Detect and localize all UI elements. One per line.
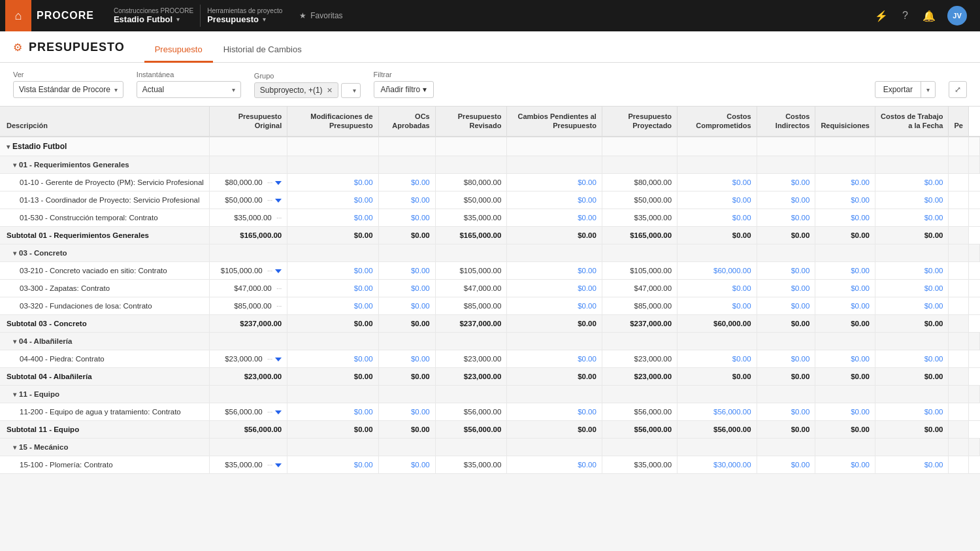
user-avatar[interactable]: JV	[947, 6, 967, 25]
cell-link[interactable]: $0.00	[851, 178, 870, 186]
cell-value	[287, 156, 378, 173]
cell-value: $0.00	[757, 209, 815, 226]
cell-link[interactable]: $0.00	[578, 461, 596, 469]
cell-link[interactable]: $0.00	[411, 178, 430, 186]
cell-link[interactable]: $0.00	[354, 267, 373, 275]
cell-link[interactable]: $0.00	[924, 355, 943, 363]
help-icon[interactable]: ?	[900, 7, 911, 24]
cell-link[interactable]: $0.00	[851, 461, 870, 469]
cell-link[interactable]: $0.00	[411, 461, 430, 469]
cell-link[interactable]: $0.00	[732, 302, 751, 310]
cell-link[interactable]: $0.00	[411, 284, 430, 292]
cell-value	[949, 137, 968, 156]
cell-link[interactable]: $0.00	[578, 196, 596, 204]
cell-value: $0.00	[287, 209, 378, 226]
cell-link[interactable]: $0.00	[924, 284, 943, 292]
cell-link[interactable]: $0.00	[791, 178, 810, 186]
col-header-pe: Pe	[949, 107, 968, 137]
cell-value	[875, 385, 948, 403]
project-selector[interactable]: Construcciones PROCORE Estadio Futbol ▾	[107, 5, 201, 27]
cell-value: $0.00	[507, 350, 602, 367]
cell-link[interactable]: $0.00	[354, 196, 373, 204]
cell-link[interactable]: $0.00	[411, 214, 430, 222]
row-options-icon[interactable]: ···	[267, 409, 272, 416]
cell-link[interactable]: $0.00	[354, 302, 373, 310]
row-options-icon[interactable]: ···	[276, 303, 282, 310]
cell-link[interactable]: $0.00	[354, 214, 373, 222]
row-options-icon[interactable]: ···	[276, 214, 282, 222]
favorites-link[interactable]: ★ Favoritas	[289, 11, 353, 20]
expand-button[interactable]: ⤢	[949, 81, 967, 98]
cell-link[interactable]: $0.00	[924, 302, 943, 310]
tab-presupuesto[interactable]: Presupuesto	[144, 39, 213, 63]
cell-link[interactable]: $0.00	[851, 408, 870, 416]
cell-link[interactable]: $0.00	[578, 178, 596, 186]
cell-link[interactable]: $0.00	[411, 408, 430, 416]
row-options-icon[interactable]: ···	[267, 267, 272, 275]
cell-link[interactable]: $0.00	[732, 178, 751, 186]
cell-label: ▾15 - Mecánico	[0, 438, 209, 456]
row-options-icon[interactable]: ···	[267, 461, 272, 469]
cell-link[interactable]: $0.00	[924, 461, 943, 469]
bell-icon[interactable]: 🔔	[920, 7, 938, 25]
cell-link[interactable]: $0.00	[354, 284, 373, 292]
cell-link[interactable]: $0.00	[924, 267, 943, 275]
filter-ver-select[interactable]: Vista Estándar de Procore ▾	[13, 81, 123, 98]
cell-link[interactable]: $60,000.00	[713, 267, 751, 275]
tab-historial[interactable]: Historial de Cambios	[213, 39, 312, 63]
row-options-icon[interactable]: ···	[267, 197, 272, 204]
cell-link[interactable]: $0.00	[578, 284, 596, 292]
cell-link[interactable]: $0.00	[354, 461, 373, 469]
cell-link[interactable]: $0.00	[411, 355, 430, 363]
cell-link[interactable]: $0.00	[732, 196, 751, 204]
cell-link[interactable]: $0.00	[791, 284, 810, 292]
cell-link[interactable]: $0.00	[791, 196, 810, 204]
cell-link[interactable]: $30,000.00	[713, 461, 751, 469]
cell-link[interactable]: $0.00	[791, 267, 810, 275]
add-filter-button[interactable]: Añadir filtro ▾	[374, 81, 434, 98]
cell-link[interactable]: $0.00	[851, 267, 870, 275]
cell-link[interactable]: $0.00	[924, 178, 943, 186]
cell-link[interactable]: $0.00	[732, 284, 751, 292]
settings-icon[interactable]: ⚙	[13, 41, 22, 54]
filter-instantanea-select[interactable]: Actual ▾	[137, 81, 241, 98]
cell-link[interactable]: $0.00	[851, 302, 870, 310]
row-options-icon[interactable]: ···	[267, 356, 272, 363]
cell-link[interactable]: $0.00	[924, 214, 943, 222]
cell-link[interactable]: $0.00	[924, 408, 943, 416]
cell-link[interactable]: $0.00	[354, 178, 373, 186]
cell-link[interactable]: $0.00	[732, 355, 751, 363]
plug-icon[interactable]: ⚡	[872, 7, 890, 25]
cell-link[interactable]: $0.00	[578, 267, 596, 275]
filter-grupo-remove[interactable]: ✕	[327, 86, 333, 95]
cell-link[interactable]: $0.00	[924, 196, 943, 204]
cell-link[interactable]: $0.00	[791, 461, 810, 469]
cell-link[interactable]: $0.00	[411, 302, 430, 310]
cell-link[interactable]: $0.00	[851, 284, 870, 292]
export-button[interactable]: Exportar ▾	[875, 81, 936, 98]
filter-grupo-select[interactable]: ▾	[341, 83, 361, 98]
cell-link[interactable]: $0.00	[791, 355, 810, 363]
cell-link[interactable]: $0.00	[851, 214, 870, 222]
cell-link[interactable]: $0.00	[354, 355, 373, 363]
cell-link[interactable]: $0.00	[578, 302, 596, 310]
cell-link[interactable]: $0.00	[354, 408, 373, 416]
cell-link[interactable]: $0.00	[791, 408, 810, 416]
cell-value: $165,000.00	[602, 226, 677, 244]
cell-link[interactable]: $0.00	[578, 214, 596, 222]
tool-selector[interactable]: Herramientas de proyecto Presupuesto ▾	[201, 5, 289, 27]
cell-link[interactable]: $0.00	[411, 196, 430, 204]
cell-link[interactable]: $0.00	[578, 355, 596, 363]
cell-link[interactable]: $56,000.00	[713, 408, 751, 416]
cell-link[interactable]: $0.00	[732, 214, 751, 222]
cell-link[interactable]: $0.00	[411, 267, 430, 275]
cell-link[interactable]: $0.00	[851, 355, 870, 363]
cell-link[interactable]: $0.00	[851, 196, 870, 204]
cell-link[interactable]: $0.00	[791, 302, 810, 310]
nav-logo[interactable]: ⌂	[5, 0, 31, 31]
cell-link[interactable]: $0.00	[578, 408, 596, 416]
cell-pe	[949, 314, 968, 332]
row-options-icon[interactable]: ···	[267, 179, 272, 186]
row-options-icon[interactable]: ···	[276, 285, 282, 292]
cell-link[interactable]: $0.00	[791, 214, 810, 222]
